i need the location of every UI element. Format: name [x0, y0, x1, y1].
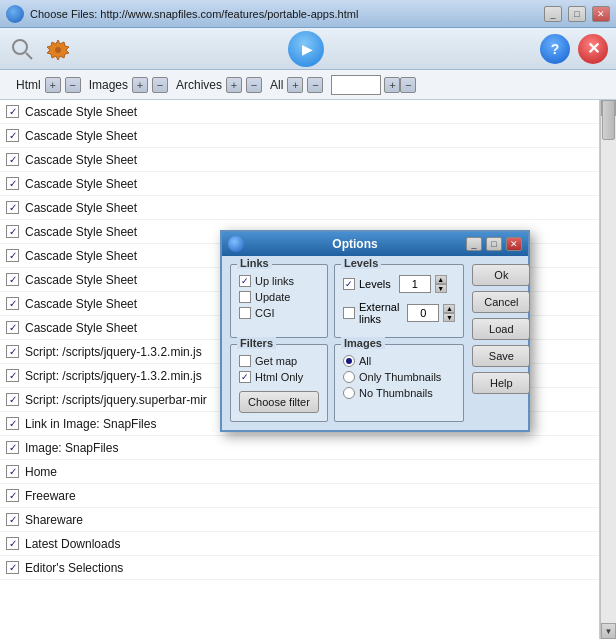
filter-text-plus[interactable]: +	[384, 77, 400, 93]
cancel-button[interactable]: Cancel	[472, 291, 530, 313]
help-button[interactable]: ?	[540, 34, 570, 64]
html-only-checkbox[interactable]	[239, 371, 251, 383]
list-item-checkbox[interactable]	[6, 129, 19, 142]
html-plus-button[interactable]: +	[45, 77, 61, 93]
save-button[interactable]: Save	[472, 345, 530, 367]
dialog-close-button[interactable]: ✕	[506, 237, 522, 251]
filters-group-title: Filters	[237, 337, 276, 349]
maximize-button[interactable]: □	[568, 6, 586, 22]
list-item[interactable]: Latest Downloads	[0, 532, 599, 556]
external-links-down-button[interactable]: ▼	[443, 313, 455, 322]
images-group-title: Images	[341, 337, 385, 349]
levels-row: Levels ▲ ▼	[343, 275, 455, 293]
close-button[interactable]: ✕	[592, 6, 610, 22]
list-item-checkbox[interactable]	[6, 513, 19, 526]
list-item-checkbox[interactable]	[6, 345, 19, 358]
list-item-checkbox[interactable]	[6, 561, 19, 574]
update-row[interactable]: Update	[239, 291, 319, 303]
list-item-checkbox[interactable]	[6, 201, 19, 214]
list-item-checkbox[interactable]	[6, 489, 19, 502]
list-item-checkbox[interactable]	[6, 321, 19, 334]
list-item-checkbox[interactable]	[6, 417, 19, 430]
list-item-checkbox[interactable]	[6, 297, 19, 310]
all-filter-group: All + −	[270, 77, 323, 93]
no-thumbnails-radio[interactable]	[343, 387, 355, 399]
dialog-maximize-button[interactable]: □	[486, 237, 502, 251]
dialog-action-buttons: Ok Cancel Load Save Help	[472, 256, 536, 430]
cgi-checkbox[interactable]	[239, 307, 251, 319]
all-plus-button[interactable]: +	[287, 77, 303, 93]
list-item-checkbox[interactable]	[6, 153, 19, 166]
list-item[interactable]: Cascade Style Sheet	[0, 172, 599, 196]
list-item[interactable]: Editor's Selections	[0, 556, 599, 580]
load-button[interactable]: Load	[472, 318, 530, 340]
dialog-body: Links Up links Update CGI	[222, 256, 528, 430]
scroll-down-arrow[interactable]: ▼	[601, 623, 616, 639]
navigate-button[interactable]	[288, 31, 324, 67]
archives-filter-group: Archives + −	[176, 77, 262, 93]
update-label: Update	[255, 291, 290, 303]
list-item-checkbox[interactable]	[6, 225, 19, 238]
list-item-checkbox[interactable]	[6, 393, 19, 406]
list-item-checkbox[interactable]	[6, 537, 19, 550]
only-thumbnails-row[interactable]: Only Thumbnails	[343, 371, 455, 383]
list-item-text: Cascade Style Sheet	[25, 321, 137, 335]
list-item[interactable]: Cascade Style Sheet	[0, 196, 599, 220]
list-item[interactable]: Cascade Style Sheet	[0, 148, 599, 172]
update-checkbox[interactable]	[239, 291, 251, 303]
toolbar: ? ✕	[0, 28, 616, 70]
all-images-radio[interactable]	[343, 355, 355, 367]
external-links-up-button[interactable]: ▲	[443, 304, 455, 313]
toolbar-close-button[interactable]: ✕	[578, 34, 608, 64]
list-item-checkbox[interactable]	[6, 177, 19, 190]
levels-up-button[interactable]: ▲	[435, 275, 447, 284]
choose-filter-button[interactable]: Choose filter	[239, 391, 319, 413]
list-item[interactable]: Freeware	[0, 484, 599, 508]
levels-down-button[interactable]: ▼	[435, 284, 447, 293]
dialog-minimize-button[interactable]: _	[466, 237, 482, 251]
list-item-checkbox[interactable]	[6, 369, 19, 382]
get-map-checkbox[interactable]	[239, 355, 251, 367]
external-links-value-input[interactable]	[407, 304, 439, 322]
images-minus-button[interactable]: −	[152, 77, 168, 93]
up-links-row[interactable]: Up links	[239, 275, 319, 287]
vertical-scrollbar[interactable]: ▲ ▼	[600, 100, 616, 639]
minimize-button[interactable]: _	[544, 6, 562, 22]
levels-value-input[interactable]	[399, 275, 431, 293]
search-icon[interactable]	[8, 35, 36, 63]
images-plus-button[interactable]: +	[132, 77, 148, 93]
list-item[interactable]: Image: SnapFiles	[0, 436, 599, 460]
list-item[interactable]: Cascade Style Sheet	[0, 124, 599, 148]
svg-line-1	[26, 53, 32, 59]
list-item-checkbox[interactable]	[6, 441, 19, 454]
help-dialog-button[interactable]: Help	[472, 372, 530, 394]
all-minus-button[interactable]: −	[307, 77, 323, 93]
dialog-main: Links Up links Update CGI	[222, 256, 472, 430]
get-map-row[interactable]: Get map	[239, 355, 319, 367]
all-images-row[interactable]: All	[343, 355, 455, 367]
up-links-checkbox[interactable]	[239, 275, 251, 287]
list-item-checkbox[interactable]	[6, 249, 19, 262]
list-item[interactable]: Shareware	[0, 508, 599, 532]
levels-checkbox[interactable]	[343, 278, 355, 290]
scrollbar-thumb[interactable]	[602, 100, 615, 140]
ok-button[interactable]: Ok	[472, 264, 530, 286]
archives-minus-button[interactable]: −	[246, 77, 262, 93]
html-minus-button[interactable]: −	[65, 77, 81, 93]
external-links-checkbox[interactable]	[343, 307, 355, 319]
list-item-checkbox[interactable]	[6, 273, 19, 286]
list-item-checkbox[interactable]	[6, 105, 19, 118]
archives-plus-button[interactable]: +	[226, 77, 242, 93]
list-item[interactable]: Cascade Style Sheet	[0, 100, 599, 124]
levels-spinner: ▲ ▼	[435, 275, 447, 293]
html-only-row[interactable]: Html Only	[239, 371, 319, 383]
filter-text-minus[interactable]: −	[400, 77, 416, 93]
filter-text-input[interactable]	[331, 75, 381, 95]
list-item-checkbox[interactable]	[6, 465, 19, 478]
only-thumbnails-radio[interactable]	[343, 371, 355, 383]
cgi-row[interactable]: CGI	[239, 307, 319, 319]
settings-icon[interactable]	[44, 35, 72, 63]
list-item[interactable]: Home	[0, 460, 599, 484]
list-item-text: Script: /scripts/jquery-1.3.2.min.js	[25, 345, 202, 359]
no-thumbnails-row[interactable]: No Thumbnails	[343, 387, 455, 399]
